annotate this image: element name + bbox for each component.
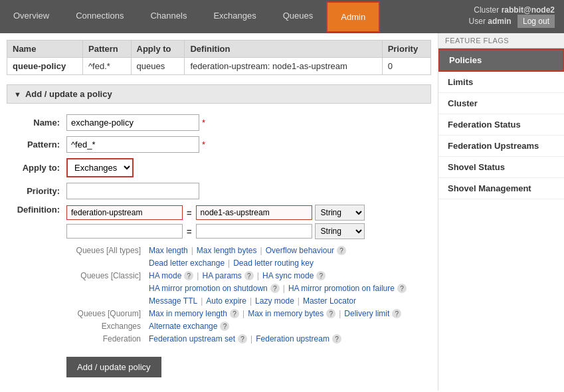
qp-federation: Federation Federation upstream set ? | F… [66,334,431,343]
fed-upstream-set-help-icon[interactable]: ? [238,334,247,343]
name-label: Name: [7,118,66,128]
col-apply-to: Apply to [131,41,185,58]
definition-area: = String Number Boolean List = [66,205,365,239]
sidebar: Feature Flags Policies Limits Cluster Fe… [438,33,564,391]
def-type-2[interactable]: String Number Boolean List [315,223,365,239]
sidebar-item-policies[interactable]: Policies [438,49,564,72]
section-title: Add / update a policy [25,89,112,99]
priority-input[interactable] [66,183,199,199]
def-key-2[interactable] [66,224,183,239]
add-policy-section-header[interactable]: ▼ Add / update a policy [7,84,431,104]
qp-queues-classic-links-r3: Message TTL | Auto expire | Lazy mode | … [149,296,356,306]
definition-row-1: = String Number Boolean List [66,205,365,221]
name-row: Name: * [7,114,431,131]
cluster-label: Cluster rabbit@node2 [469,5,555,15]
qp-queues-quorum-links-r1: Max in memory length ? | Max in memory b… [149,309,401,318]
name-input[interactable] [66,114,199,131]
qp-queues-classic-links-r2: HA mirror promotion on shutdown ? | HA m… [149,284,407,293]
qp-ha-mode[interactable]: HA mode [149,271,181,280]
qp-queues-quorum-label: Queues [Quorum] [66,309,146,318]
ha-mirror-failure-help-icon[interactable]: ? [397,284,407,293]
def-eq-1: = [185,208,193,218]
qp-max-length-bytes[interactable]: Max length bytes [197,246,257,255]
qp-queues-all-r2: Dead letter exchange | Dead letter routi… [66,258,431,268]
policy-table: Name Pattern Apply to Definition Priorit… [7,40,431,75]
qp-dead-letter-exchange[interactable]: Dead letter exchange [149,258,225,268]
qp-dead-letter-routing-key[interactable]: Dead letter routing key [233,258,314,268]
col-name: Name [7,41,83,58]
def-key-1[interactable] [66,205,183,220]
nav-connections[interactable]: Connections [62,1,137,33]
qp-alternate-exchange[interactable]: Alternate exchange [149,322,217,331]
qp-ha-mirror-failure[interactable]: HA mirror promotion on failure [288,284,395,293]
main-container: Name Pattern Apply to Definition Priorit… [0,33,564,391]
sidebar-item-shovel-status[interactable]: Shovel Status [438,157,564,178]
qp-auto-expire[interactable]: Auto expire [206,296,246,306]
button-area: Add / update policy [66,351,431,377]
qp-queues-all-links-r1: Max length | Max length bytes | Overflow… [149,246,346,255]
sidebar-item-cluster[interactable]: Cluster [438,93,564,114]
qp-max-length[interactable]: Max length [149,246,188,255]
qp-ha-mirror-shutdown[interactable]: HA mirror promotion on shutdown [149,284,268,293]
ha-sync-help-icon[interactable]: ? [316,271,326,280]
sidebar-item-shovel-management[interactable]: Shovel Management [438,178,564,199]
col-priority: Priority [382,41,430,58]
row-priority: 0 [382,58,430,75]
qp-federation-upstream[interactable]: Federation upstream [256,334,329,343]
def-type-1[interactable]: String Number Boolean List [315,205,365,221]
nav-overview[interactable]: Overview [0,1,62,33]
def-val-2[interactable] [196,224,312,239]
row-name: queue-policy [7,58,83,75]
def-val-1[interactable] [196,205,312,220]
table-row[interactable]: queue-policy ^fed.* queues federation-up… [7,58,431,75]
sidebar-item-federation-status[interactable]: Federation Status [438,114,564,136]
sidebar-item-federation-upstreams[interactable]: Federation Upstreams [438,136,564,157]
qp-overflow-behaviour[interactable]: Overflow behaviour [266,246,334,255]
ha-mode-help-icon[interactable]: ? [184,271,193,280]
apply-to-select[interactable]: Exchanges Queues All [68,159,132,176]
alternate-exchange-help-icon[interactable]: ? [220,322,229,331]
qp-queues-classic-r2: HA mirror promotion on shutdown ? | HA m… [66,284,431,293]
row-definition: federation-upstream: node1-as-upstream [185,58,382,75]
qp-queues-all-label: Queues [All types] [66,246,146,255]
col-pattern: Pattern [83,41,132,58]
delivery-limit-help-icon[interactable]: ? [392,309,401,318]
cluster-info: Cluster rabbit@node2 User admin Log out [460,0,564,33]
qp-master-locator[interactable]: Master Locator [303,296,356,306]
max-in-memory-length-help-icon[interactable]: ? [230,309,239,318]
main-nav: Overview Connections Channels Exchanges … [0,1,460,33]
add-policy-form: Name: * Pattern: * Apply to: Exchanges Q… [7,110,431,384]
qp-max-in-memory-length[interactable]: Max in memory length [149,309,227,318]
ha-mirror-shutdown-help-icon[interactable]: ? [270,284,280,293]
qp-queues-classic-links-r1: HA mode ? | HA params ? | HA sync mode ? [149,271,326,280]
section-arrow: ▼ [14,90,21,98]
name-required: * [202,118,205,128]
qp-exchanges: Exchanges Alternate exchange ? [66,322,431,331]
qp-ha-sync-mode[interactable]: HA sync mode [262,271,314,280]
pattern-input[interactable] [66,136,199,153]
apply-to-label: Apply to: [7,163,66,173]
qp-queues-all-links-r2: Dead letter exchange | Dead letter routi… [149,258,314,268]
ha-params-help-icon[interactable]: ? [244,271,254,280]
max-in-memory-bytes-help-icon[interactable]: ? [326,309,335,318]
qp-queues-quorum-r1: Queues [Quorum] Max in memory length ? |… [66,309,431,318]
qp-max-in-memory-bytes[interactable]: Max in memory bytes [248,309,324,318]
qp-delivery-limit[interactable]: Delivery limit [344,309,389,318]
nav-channels[interactable]: Channels [137,1,200,33]
sidebar-item-limits[interactable]: Limits [438,72,564,93]
fed-upstream-help-icon[interactable]: ? [332,334,341,343]
qp-queues-all-r1: Queues [All types] Max length | Max leng… [66,246,431,255]
qp-ha-params[interactable]: HA params [202,271,241,280]
top-bar: Overview Connections Channels Exchanges … [0,0,564,33]
def-eq-2: = [185,227,193,237]
qp-message-ttl[interactable]: Message TTL [149,296,197,306]
nav-admin[interactable]: Admin [326,1,380,33]
add-policy-button[interactable]: Add / update policy [66,357,161,377]
qp-federation-upstream-set[interactable]: Federation upstream set [149,334,235,343]
overflow-help-icon[interactable]: ? [337,246,346,255]
logout-button[interactable]: Log out [517,15,555,28]
nav-queues[interactable]: Queues [270,1,327,33]
qp-lazy-mode[interactable]: Lazy mode [255,296,294,306]
quickpick-area: Queues [All types] Max length | Max leng… [66,246,431,343]
nav-exchanges[interactable]: Exchanges [200,1,269,33]
